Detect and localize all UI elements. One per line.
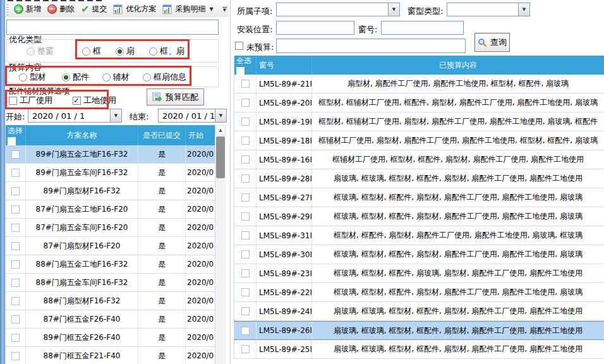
row-checkbox[interactable]	[241, 80, 250, 88]
plans-table-scrollbar[interactable]: ▲	[215, 125, 226, 364]
plan-row[interactable]: 88#门扇五金车间F16-F32 是 2020/0	[6, 274, 226, 292]
budget-match-button[interactable]: 预算匹配	[147, 88, 204, 106]
window-row[interactable]: LM5L-89#-23F21 框玻璃, 框型材, 框配件, 扇玻璃, 扇型材, …	[234, 264, 604, 283]
radio-auxiliary[interactable]: 辅材	[102, 71, 130, 83]
row-checkbox[interactable]	[241, 250, 250, 258]
row-checkbox[interactable]	[11, 205, 20, 214]
search-input[interactable]	[6, 20, 219, 35]
select-all-checkbox[interactable]	[236, 67, 245, 75]
row-checkbox[interactable]	[11, 150, 20, 159]
sub-item-select[interactable]: ▼	[276, 3, 400, 16]
row-checkbox[interactable]	[11, 297, 20, 305]
row-checkbox[interactable]	[11, 260, 20, 269]
plan-row[interactable]: 89#门扇五金工地F16-F32 是 2020/0	[6, 145, 226, 164]
window-no-input[interactable]	[381, 21, 464, 35]
checkbox-factory-use[interactable]: 工厂使用	[9, 95, 52, 106]
plan-submitted: 是	[138, 329, 186, 346]
chevron-down-icon[interactable]: ▼	[518, 3, 529, 16]
window-row[interactable]: LM5L-89#-29F27 框玻璃, 框型材, 框配件, 扇型材, 扇配件工厂…	[234, 207, 604, 226]
window-row[interactable]: LM5L-89#-25F23 扇玻璃, 框玻璃, 框型材, 框配件, 扇型材, …	[234, 340, 604, 359]
plan-row[interactable]: 89#门框五金F26-F40 是 2020/0	[6, 329, 226, 347]
install-position-input[interactable]	[276, 21, 354, 35]
row-checkbox[interactable]	[11, 315, 20, 324]
plan-row[interactable]: 87#门框五金F26-F40 是 2020/0	[6, 310, 226, 329]
budgeted-content-column-header[interactable]: 已预算内容	[312, 56, 604, 75]
window-row[interactable]: LM5L-89#-19F17 框型材, 框辅材工厂使用, 扇型材, 扇配件工厂使…	[234, 112, 604, 131]
row-checkbox[interactable]	[11, 169, 20, 177]
row-checkbox[interactable]	[241, 307, 250, 315]
plan-row[interactable]: 89#门扇五金车间F16-F32 是 2020/0	[6, 164, 226, 182]
plan-row[interactable]: 89#门扇型材F16-F32 是 2020/0	[6, 182, 226, 200]
row-checkbox[interactable]	[241, 193, 250, 202]
window-row[interactable]: LM5L-89#-22F20 框玻璃, 框型材, 框配件, 扇型材, 扇配件工厂…	[234, 283, 604, 302]
radio-sash[interactable]: 扇	[116, 46, 135, 57]
scroll-up-icon[interactable]: ▲	[215, 125, 226, 135]
row-checkbox[interactable]	[11, 352, 20, 360]
row-checkbox[interactable]	[241, 212, 250, 221]
row-checkbox[interactable]	[241, 288, 250, 296]
window-row[interactable]: LM5L-89#-31F29 框型材, 框配件, 扇型材, 扇配件工厂使用, 扇…	[234, 226, 604, 245]
row-checkbox[interactable]	[241, 155, 250, 164]
purchase-detail-button[interactable]: 采购明细 ▼	[159, 2, 216, 17]
toolbar-overflow-button[interactable]: ▼	[220, 3, 229, 16]
radio-frame-sash[interactable]: 框、扇	[149, 46, 184, 57]
row-checkbox[interactable]	[11, 242, 20, 250]
radio-whole-window[interactable]: 整窗	[27, 46, 54, 57]
chevron-down-icon[interactable]: ▼	[215, 109, 226, 122]
delete-button[interactable]: − 删除	[44, 2, 78, 17]
row-checkbox[interactable]	[241, 174, 250, 183]
plan-row[interactable]: 87#门扇五金工地F16-F20 是 2020/0	[6, 200, 226, 219]
window-type-select[interactable]: ▼	[447, 3, 530, 16]
start-column-header[interactable]: 开始	[186, 125, 215, 145]
row-checkbox[interactable]	[241, 269, 250, 277]
submitted-column-header[interactable]: 是否已提交	[138, 125, 186, 145]
window-row[interactable]: LM5L-89#-21F19 扇型材, 扇配件工厂使用, 扇配件工地使用, 框型…	[234, 75, 604, 94]
panel-divider[interactable]	[230, 0, 231, 364]
row-checkbox[interactable]	[11, 187, 20, 195]
row-checkbox[interactable]	[241, 327, 250, 335]
checkbox-site-use[interactable]: 工地使用	[73, 95, 116, 106]
window-row[interactable]: LM5L-89#-30F28 框玻璃, 框型材, 框配件, 扇型材, 扇配件工厂…	[234, 245, 604, 264]
radio-accessory[interactable]: 配件	[62, 71, 89, 83]
window-row[interactable]: LM5L-89#-16F15 框辅材工厂使用, 框型材, 框配件, 扇型材, 扇…	[234, 150, 604, 169]
row-checkbox[interactable]	[11, 279, 20, 287]
optimize-plan-button[interactable]: 优化方案	[110, 2, 159, 17]
query-button[interactable]: 查询	[474, 33, 510, 52]
window-no-column-header[interactable]: 窗号	[257, 56, 312, 75]
row-checkbox[interactable]	[241, 118, 250, 126]
window-row[interactable]: LM5L-89#-24F22 扇玻璃, 框玻璃, 框型材, 框配件, 扇型材, …	[234, 302, 604, 321]
submit-button[interactable]: ✔ 提交	[78, 2, 110, 17]
plan-row[interactable]: 87#门扇型材F16-F20 是 2020/0	[6, 237, 226, 255]
toolbar-grip[interactable]	[6, 4, 9, 15]
unbudgeted-input[interactable]	[276, 39, 466, 53]
row-checkbox[interactable]	[11, 224, 20, 232]
scrollbar-thumb[interactable]	[216, 136, 225, 178]
date-start-picker[interactable]: 2020 / 01 / 1 ▼	[28, 109, 122, 123]
row-checkbox[interactable]	[11, 334, 20, 342]
plan-row[interactable]: 88#门扇五金工地F16-F32 是 2020/0	[6, 255, 226, 274]
plan-row[interactable]: 87#门扇五金车间F16-F20 是 2020/0	[6, 219, 226, 237]
select-all-checkbox[interactable]	[8, 137, 16, 145]
window-row[interactable]: LM5L-89#-20F18 框型材, 框辅材工厂使用, 框配件, 扇型材, 扇…	[234, 94, 604, 112]
unbudgeted-checkbox[interactable]	[235, 42, 243, 52]
radio-frame[interactable]: 框	[82, 46, 101, 57]
plan-name-column-header[interactable]: 方案名称	[26, 125, 138, 145]
window-row[interactable]: LM5L-89#-28F26 扇玻璃, 框玻璃, 框型材, 框配件, 扇型材, …	[234, 169, 604, 188]
row-checkbox[interactable]	[241, 345, 250, 353]
window-number: LM5L-89#-21F19	[257, 75, 312, 93]
row-checkbox[interactable]	[241, 231, 250, 240]
row-checkbox[interactable]	[241, 99, 250, 107]
plan-row[interactable]: 88#门框五金F21-F40 是 2020/0	[6, 347, 226, 364]
window-row[interactable]: LM5L-89#-27F25 框玻璃, 框型材, 框配件, 扇型材, 扇配件工厂…	[234, 188, 604, 207]
add-button[interactable]: + 新增	[11, 2, 44, 17]
window-row[interactable]: LM5L-89#-26F24 扇玻璃, 框玻璃, 框型材, 框配件, 扇型材, …	[234, 321, 604, 340]
row-checkbox[interactable]	[241, 136, 250, 145]
sub-item-label: 所属子项:	[237, 6, 272, 17]
plan-row[interactable]: 88#门扇型材F16-F32 是 2020/0	[6, 292, 226, 310]
radio-frame-sash-info[interactable]: 框扇信息	[143, 71, 186, 83]
date-end-picker[interactable]: 2020 / 01 / 13 ▼	[158, 109, 227, 123]
radio-profile[interactable]: 型材	[19, 71, 46, 83]
chevron-down-icon[interactable]: ▼	[388, 3, 399, 16]
chevron-down-icon[interactable]: ▼	[110, 109, 121, 122]
window-row[interactable]: LM5L-89#-18F16 框辅材工厂使用, 扇型材, 扇配件工厂使用, 扇配…	[234, 131, 604, 150]
